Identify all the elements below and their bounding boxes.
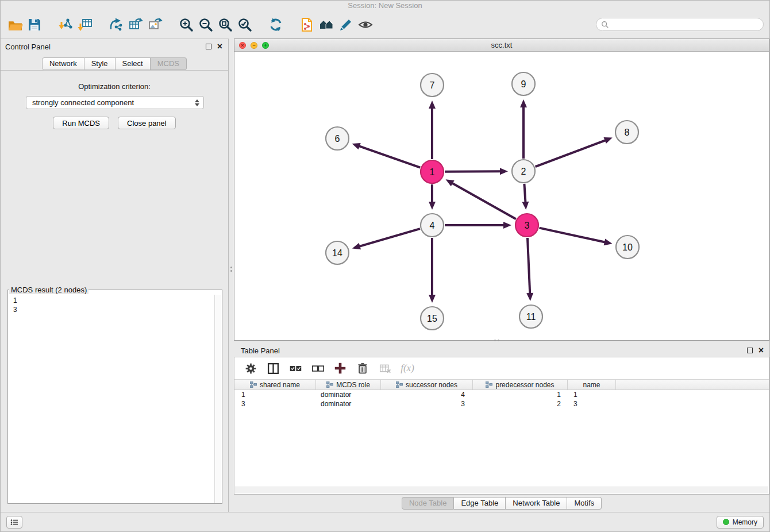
table-row[interactable]: 1dominator411 [234, 390, 769, 399]
graph-node-14[interactable]: 14 [326, 241, 349, 264]
eye-icon [358, 17, 373, 32]
style-button[interactable] [336, 15, 356, 34]
column-header-name[interactable]: name [568, 380, 616, 390]
show-columns-button[interactable] [266, 361, 280, 375]
deselect-all-button[interactable] [311, 361, 325, 375]
close-window-icon[interactable]: × [239, 42, 246, 49]
save-session-button[interactable] [25, 15, 44, 34]
control-panel-tabs: Network Style Select MCDS [1, 54, 228, 71]
memory-button[interactable]: Memory [717, 516, 764, 529]
column-header-successor-nodes[interactable]: successor nodes [381, 380, 473, 390]
float-table-panel-icon[interactable] [747, 348, 753, 353]
graph-node-8[interactable]: 8 [615, 121, 638, 144]
task-history-button[interactable] [6, 516, 22, 529]
graph-edge-arrowhead [352, 243, 361, 250]
network-window-titlebar: scc.txt × – + [234, 39, 769, 52]
search-input[interactable] [612, 21, 759, 29]
svg-text:6: 6 [335, 134, 340, 144]
svg-text:3: 3 [525, 221, 530, 230]
table-cell: 2 [473, 399, 568, 408]
table-cell: 3 [381, 399, 473, 408]
memory-status-icon [723, 519, 729, 525]
open-file-button[interactable] [5, 15, 25, 34]
tab-network[interactable]: Network [42, 57, 84, 70]
graph-edge-3-11[interactable] [528, 238, 530, 294]
delete-column-button[interactable] [356, 361, 369, 375]
vertical-splitter-handle[interactable] [230, 267, 232, 273]
mcds-result-list[interactable]: 13 [9, 294, 214, 503]
graph-edge-2-8[interactable] [536, 140, 606, 167]
graph-node-7[interactable]: 7 [421, 74, 444, 97]
export-network-button[interactable] [106, 15, 126, 34]
horizontal-splitter-handle[interactable] [494, 340, 500, 341]
select-all-button[interactable] [288, 361, 302, 375]
graph-node-11[interactable]: 11 [519, 305, 542, 328]
network-canvas[interactable]: 7968124314101511 [234, 52, 769, 340]
graph-edge-1-2[interactable] [445, 171, 501, 172]
import-table-button[interactable] [75, 15, 95, 34]
table-panel: Table Panel × [234, 343, 769, 511]
graph-node-2[interactable]: 2 [512, 160, 535, 183]
apply-layout-button[interactable] [266, 15, 286, 34]
select-stepper-icon [195, 99, 199, 106]
network-graph[interactable]: 7968124314101511 [234, 52, 769, 340]
graph-node-4[interactable]: 4 [421, 214, 444, 237]
maximize-window-icon[interactable]: + [262, 42, 269, 49]
criterion-select[interactable]: strongly connected component [26, 96, 204, 109]
table-panel-header: Table Panel × [234, 343, 769, 358]
network-overview-button[interactable] [317, 15, 336, 34]
minimize-window-icon[interactable]: – [251, 42, 257, 49]
network-document-button[interactable] [297, 15, 317, 34]
close-panel-button[interactable]: Close panel [118, 117, 176, 129]
export-table-button[interactable] [126, 15, 145, 34]
run-mcds-button[interactable]: Run MCDS [53, 117, 109, 129]
column-header-mcds-role[interactable]: MCDS role [316, 380, 381, 390]
table-cell: dominator [316, 399, 381, 408]
graph-edge-arrowhead [604, 238, 613, 245]
mcds-result-line: 3 [13, 305, 210, 314]
close-panel-icon[interactable]: × [217, 43, 222, 50]
column-header-predecessor-nodes[interactable]: predecessor nodes [473, 380, 568, 390]
zoom-in-button[interactable] [176, 15, 196, 34]
table-horizontal-scrollbar[interactable] [235, 487, 768, 494]
add-column-button[interactable] [333, 361, 347, 375]
tab-node-table[interactable]: Node Table [402, 497, 455, 510]
table-rows: 1dominator4113dominator323 [234, 390, 769, 408]
show-hide-button[interactable] [356, 15, 375, 34]
graph-node-3[interactable]: 3 [515, 214, 538, 237]
search-box[interactable] [596, 18, 764, 31]
result-scrollbar[interactable] [214, 295, 221, 503]
zoom-selected-button[interactable] [235, 15, 255, 34]
graph-node-1[interactable]: 1 [421, 160, 444, 183]
table-settings-button[interactable] [244, 361, 257, 375]
tab-mcds[interactable]: MCDS [151, 57, 187, 70]
optimization-criterion-label: Optimization criterion: [1, 82, 228, 91]
float-panel-icon[interactable] [206, 44, 211, 49]
save-icon [27, 17, 42, 32]
graph-edge-3-1[interactable] [452, 183, 516, 219]
zoom-fit-button[interactable] [215, 15, 235, 34]
tab-select[interactable]: Select [116, 57, 151, 70]
graph-node-15[interactable]: 15 [421, 307, 444, 330]
close-table-panel-icon[interactable]: × [759, 347, 764, 354]
tab-network-table[interactable]: Network Table [506, 497, 567, 510]
table-row[interactable]: 3dominator323 [234, 399, 769, 408]
graph-edge-4-14[interactable] [359, 229, 419, 246]
graph-edge-1-6[interactable] [359, 146, 420, 168]
tab-style[interactable]: Style [84, 57, 116, 70]
export-image-button[interactable] [145, 15, 165, 34]
svg-text:11: 11 [526, 312, 536, 322]
graph-node-9[interactable]: 9 [512, 72, 535, 95]
graph-node-10[interactable]: 10 [616, 236, 639, 259]
table-cell: 3 [234, 399, 316, 408]
column-header-shared-name[interactable]: shared name [234, 380, 316, 390]
graph-edge-2-3[interactable] [524, 184, 525, 203]
tab-motifs[interactable]: Motifs [567, 497, 602, 510]
checked-boxes-icon [289, 362, 302, 375]
import-network-button[interactable] [56, 15, 75, 34]
tab-edge-table[interactable]: Edge Table [454, 497, 506, 510]
table-cell: dominator [316, 390, 381, 399]
graph-node-6[interactable]: 6 [326, 127, 349, 150]
graph-edge-3-10[interactable] [539, 228, 605, 242]
zoom-out-button[interactable] [196, 15, 215, 34]
